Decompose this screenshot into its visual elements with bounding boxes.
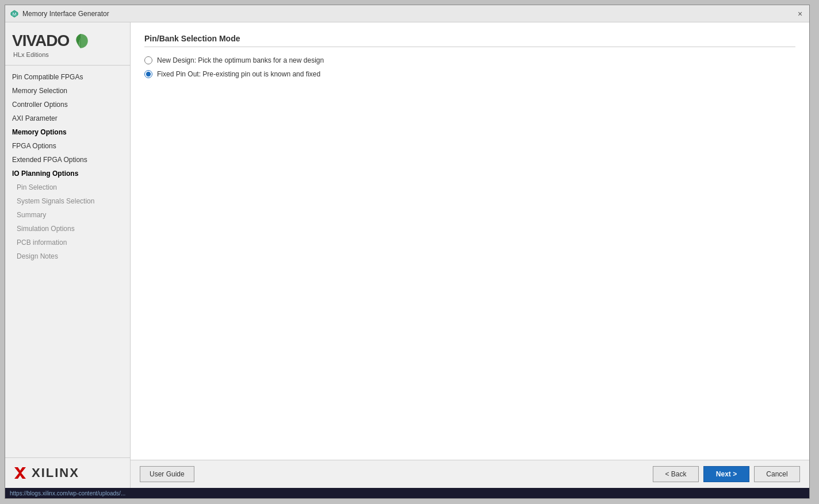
title-bar-left: M Memory Interface Generator <box>10 9 109 18</box>
sidebar-item-summary[interactable]: Summary <box>5 208 130 222</box>
sidebar-item-extended-fpga-options[interactable]: Extended FPGA Options <box>5 153 130 167</box>
footer-left: User Guide <box>140 466 194 482</box>
window-title: Memory Interface Generator <box>22 10 109 18</box>
cancel-button[interactable]: Cancel <box>754 466 800 482</box>
content-area: VIVADO HLx Editions Pin Compatible FPGAs… <box>5 22 809 488</box>
close-button[interactable]: × <box>795 9 805 18</box>
radio-group: New Design: Pick the optimum banks for a… <box>144 56 795 78</box>
vivado-text: VIVADO <box>12 32 69 50</box>
footer: User Guide < Back Next > Cancel <box>131 460 809 488</box>
radio-new-design-input[interactable] <box>144 56 152 64</box>
status-text: https://blogs.xilinx.com/wp-content/uplo… <box>10 490 125 497</box>
main-body: Pin/Bank Selection Mode New Design: Pick… <box>131 22 809 460</box>
sidebar-nav: Pin Compatible FPGAs Memory Selection Co… <box>5 66 130 457</box>
sidebar: VIVADO HLx Editions Pin Compatible FPGAs… <box>5 22 131 488</box>
main-window: M Memory Interface Generator × VIVADO <box>5 5 810 499</box>
footer-right: < Back Next > Cancel <box>653 466 800 482</box>
sidebar-item-controller-options[interactable]: Controller Options <box>5 98 130 111</box>
sidebar-item-pin-compatible[interactable]: Pin Compatible FPGAs <box>5 70 130 84</box>
sidebar-item-pin-selection[interactable]: Pin Selection <box>5 180 130 194</box>
sidebar-item-axi-parameter[interactable]: AXI Parameter <box>5 111 130 125</box>
radio-option-fixed-pin-out[interactable]: Fixed Pin Out: Pre-existing pin out is k… <box>144 70 795 78</box>
xilinx-logo: XILINX <box>12 465 123 481</box>
main-panel: Pin/Bank Selection Mode New Design: Pick… <box>131 22 809 488</box>
sidebar-item-simulation-options[interactable]: Simulation Options <box>5 222 130 236</box>
xilinx-text: XILINX <box>32 465 79 480</box>
sidebar-item-design-notes[interactable]: Design Notes <box>5 249 130 263</box>
back-button[interactable]: < Back <box>653 466 699 482</box>
sidebar-item-pcb-information[interactable]: PCB information <box>5 236 130 249</box>
next-button[interactable]: Next > <box>703 466 749 482</box>
radio-new-design-label: New Design: Pick the optimum banks for a… <box>157 56 324 64</box>
sidebar-logo: VIVADO HLx Editions <box>5 22 130 66</box>
sidebar-item-memory-selection[interactable]: Memory Selection <box>5 84 130 98</box>
sidebar-item-memory-options[interactable]: Memory Options <box>5 125 130 139</box>
vivado-leaf-icon <box>71 32 90 50</box>
radio-fixed-pin-out-input[interactable] <box>144 70 152 78</box>
sidebar-item-io-planning-options[interactable]: IO Planning Options <box>5 167 130 180</box>
sidebar-footer: XILINX <box>5 457 130 488</box>
radio-fixed-pin-out-label: Fixed Pin Out: Pre-existing pin out is k… <box>157 70 320 78</box>
radio-option-new-design[interactable]: New Design: Pick the optimum banks for a… <box>144 56 795 64</box>
xilinx-x-icon <box>12 465 28 481</box>
title-bar: M Memory Interface Generator × <box>5 5 809 22</box>
section-title: Pin/Bank Selection Mode <box>144 34 795 47</box>
user-guide-button[interactable]: User Guide <box>140 466 194 482</box>
svg-text:M: M <box>13 11 17 17</box>
app-icon: M <box>10 9 19 18</box>
status-bar: https://blogs.xilinx.com/wp-content/uplo… <box>5 488 809 498</box>
sidebar-item-fpga-options[interactable]: FPGA Options <box>5 139 130 153</box>
vivado-logo: VIVADO <box>12 32 90 50</box>
hlx-editions-text: HLx Editions <box>13 51 49 58</box>
sidebar-item-system-signals-selection[interactable]: System Signals Selection <box>5 194 130 208</box>
